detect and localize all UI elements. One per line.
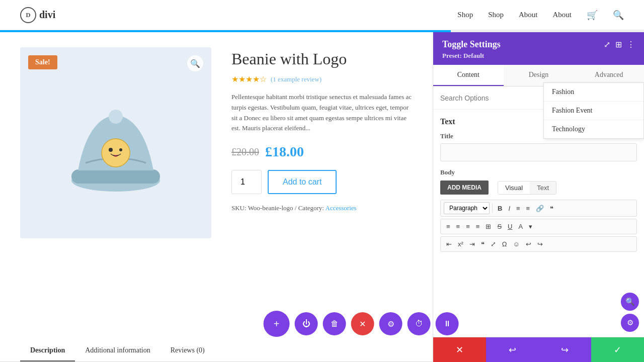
main-area: Sale! 🔍 xyxy=(0,32,644,362)
fullscreen-btn[interactable]: ⤢ xyxy=(488,239,499,249)
undo-btn[interactable]: ↩ xyxy=(523,239,534,249)
panel-split-icon[interactable]: ⊞ xyxy=(615,40,622,49)
panel-redo-btn[interactable]: ↪ xyxy=(539,337,592,362)
dropdown-item-fashion-event[interactable]: Fashion Event xyxy=(544,102,643,120)
panel-header-icons: ⤢ ⊞ ⋮ xyxy=(604,40,635,49)
indent-block-btn[interactable]: ❝ xyxy=(478,239,487,249)
tab-reviews[interactable]: Reviews (0) xyxy=(160,340,215,361)
sku-row: SKU: Woo-beanie-logo / Category: Accesso… xyxy=(231,204,413,212)
panel-header: Toggle Settings ⤢ ⊞ ⋮ Preset: Default xyxy=(433,32,644,65)
product-page: Sale! 🔍 xyxy=(0,32,433,362)
justify-btn[interactable]: ≡ xyxy=(473,221,482,232)
top-nav: D divi Shop Shop About About 🛒 🔍 xyxy=(0,0,644,30)
divider-1 xyxy=(492,204,493,213)
strikethrough-btn[interactable]: S xyxy=(495,221,504,232)
product-image-container: Sale! 🔍 xyxy=(20,47,211,238)
cart-icon[interactable]: 🛒 xyxy=(587,10,598,21)
dropdown-item-technology[interactable]: Technology xyxy=(544,120,643,138)
br-settings-icon[interactable]: ⚙ xyxy=(621,314,639,332)
logo[interactable]: D divi xyxy=(20,7,55,23)
nav-links: Shop Shop About About 🛒 🔍 xyxy=(457,10,624,21)
zoom-icon[interactable]: 🔍 xyxy=(187,55,203,71)
toolbar-timer-btn[interactable]: ⏱ xyxy=(408,312,431,335)
panel-footer: ✕ ↩ ↪ ✓ xyxy=(433,337,644,362)
svg-point-5 xyxy=(119,148,122,151)
product-image-svg xyxy=(60,87,171,198)
qty-input[interactable] xyxy=(231,170,262,194)
nav-shop-2[interactable]: Shop xyxy=(488,11,504,19)
bold-btn[interactable]: B xyxy=(495,203,505,214)
media-row: ADD MEDIA Visual Text xyxy=(440,180,637,195)
floating-toolbar: + ⏻ 🗑 ✕ ⚙ ⏱ ⏸ xyxy=(264,311,433,337)
redo-btn[interactable]: ↪ xyxy=(535,239,545,249)
product-description: Pellentesque habitant morbi tristique se… xyxy=(231,92,413,134)
br-search-icon[interactable]: 🔍 xyxy=(621,293,639,311)
price-row: £20.00 £18.00 xyxy=(231,144,413,160)
sale-price: £18.00 xyxy=(265,144,304,160)
search-icon[interactable]: 🔍 xyxy=(613,10,624,21)
visual-text-tabs: Visual Text xyxy=(498,181,556,195)
rating-stars: ★★★★☆ xyxy=(231,74,267,84)
align-right-btn[interactable]: ≡ xyxy=(463,221,472,232)
underline-btn[interactable]: U xyxy=(505,221,515,232)
ol-btn[interactable]: ≡ xyxy=(524,203,533,214)
logo-circle: D xyxy=(20,7,36,23)
category-label: Category: xyxy=(298,204,324,212)
title-input[interactable] xyxy=(440,143,637,161)
sku-label: SKU: xyxy=(231,204,247,212)
toolbar-delete-btn[interactable]: 🗑 xyxy=(323,312,346,335)
panel-undo-btn[interactable]: ↩ xyxy=(486,337,539,362)
nav-about-2[interactable]: About xyxy=(553,11,572,19)
tabs-row: Description Additional information Revie… xyxy=(0,340,433,362)
visual-tab[interactable]: Visual xyxy=(498,182,530,194)
nav-about-1[interactable]: About xyxy=(519,11,538,19)
section-title: Text xyxy=(440,117,455,126)
svg-point-3 xyxy=(102,139,130,167)
align-center-btn[interactable]: ≡ xyxy=(454,221,463,232)
preset-value[interactable]: Default xyxy=(463,52,484,59)
rating-row: ★★★★☆ (1 example review) xyxy=(231,74,413,84)
product-title: Beanie with Logo xyxy=(231,50,413,68)
add-to-cart-row: Add to cart xyxy=(231,170,413,194)
superscript-btn[interactable]: x² xyxy=(455,239,466,249)
dropdown-item-fashion[interactable]: Fashion xyxy=(544,83,643,102)
product-info: Beanie with Logo ★★★★☆ (1 example review… xyxy=(231,47,413,238)
panel-tab-content[interactable]: Content xyxy=(433,65,504,86)
panel-more-icon[interactable]: ⋮ xyxy=(627,40,635,49)
toolbar-settings-btn[interactable]: ⚙ xyxy=(379,312,403,335)
svg-rect-1 xyxy=(71,169,160,184)
text-tab[interactable]: Text xyxy=(530,182,556,194)
indent-more-btn[interactable]: ⇥ xyxy=(467,239,477,249)
panel-title-row: Toggle Settings ⤢ ⊞ ⋮ xyxy=(442,39,635,50)
category-link[interactable]: Accessories xyxy=(326,204,357,212)
tab-description[interactable]: Description xyxy=(20,340,75,361)
indent-less-btn[interactable]: ⇤ xyxy=(444,239,454,249)
tab-additional-info[interactable]: Additional information xyxy=(75,340,160,361)
link-btn[interactable]: 🔗 xyxy=(533,203,546,214)
panel-expand-icon[interactable]: ⤢ xyxy=(604,40,610,49)
panel-confirm-btn[interactable]: ✓ xyxy=(591,337,644,362)
add-media-button[interactable]: ADD MEDIA xyxy=(440,180,489,195)
toolbar-add-btn[interactable]: + xyxy=(264,311,290,337)
product-image-box: Sale! 🔍 xyxy=(20,47,211,238)
rating-link[interactable]: (1 example review) xyxy=(271,75,321,83)
color-picker-btn[interactable]: ▾ xyxy=(526,221,535,232)
bottom-right-icons: 🔍 ⚙ xyxy=(621,293,639,332)
color-btn[interactable]: A xyxy=(516,221,525,232)
align-left-btn[interactable]: ≡ xyxy=(444,221,453,232)
format-bar-2: ≡ ≡ ≡ ≡ ⊞ S U A ▾ xyxy=(440,219,637,234)
ul-btn[interactable]: ≡ xyxy=(514,203,523,214)
sku-value: Woo-beanie-logo xyxy=(248,204,293,212)
emoji-btn[interactable]: ☺ xyxy=(511,239,522,249)
omega-btn[interactable]: Ω xyxy=(500,239,510,249)
table-btn[interactable]: ⊞ xyxy=(483,221,494,232)
add-to-cart-button[interactable]: Add to cart xyxy=(268,170,337,194)
panel-preset: Preset: Default xyxy=(442,52,635,60)
blockquote-btn[interactable]: ❝ xyxy=(547,203,556,214)
italic-btn[interactable]: I xyxy=(506,203,513,214)
nav-shop-1[interactable]: Shop xyxy=(457,11,473,19)
paragraph-select[interactable]: Paragraph xyxy=(444,202,490,214)
toolbar-power-btn[interactable]: ⏻ xyxy=(295,312,318,335)
toolbar-close-btn[interactable]: ✕ xyxy=(351,312,374,335)
panel-cancel-btn[interactable]: ✕ xyxy=(433,337,486,362)
